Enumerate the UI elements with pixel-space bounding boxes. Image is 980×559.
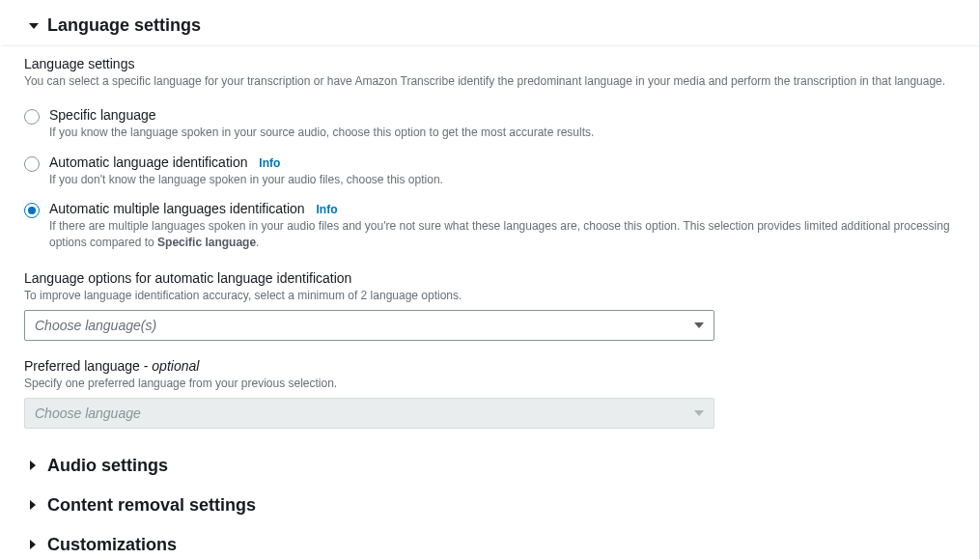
caret-down-icon	[28, 21, 40, 31]
field-label: Language options for automatic language …	[24, 270, 956, 286]
field-desc: Specify one preferred language from your…	[24, 376, 956, 392]
caret-right-icon	[28, 500, 40, 510]
select-placeholder: Choose language	[35, 405, 141, 421]
field-label: Preferred language - optional	[24, 358, 956, 374]
section-header-audio-settings[interactable]: Audio settings	[1, 446, 979, 486]
radio-label: Automatic multiple languages identificat…	[49, 201, 305, 216]
language-options-field: Language options for automatic language …	[24, 270, 956, 341]
radio-icon[interactable]	[24, 109, 40, 125]
preferred-language-field: Preferred language - optional Specify on…	[24, 358, 956, 429]
language-mode-radio-group: Specific language If you know the langua…	[24, 107, 956, 251]
select-placeholder: Choose language(s)	[35, 318, 156, 333]
radio-specific-language[interactable]: Specific language If you know the langua…	[24, 107, 956, 141]
radio-label: Specific language	[49, 107, 156, 123]
radio-desc: If you don't know the language spoken in…	[49, 172, 956, 188]
language-options-select[interactable]: Choose language(s)	[24, 310, 714, 341]
radio-label: Automatic language identification	[49, 154, 247, 170]
section-title: Customizations	[47, 535, 177, 555]
section-title: Audio settings	[47, 456, 168, 476]
section-header-customizations[interactable]: Customizations	[1, 525, 979, 559]
radio-auto-language[interactable]: Automatic language identification Info I…	[24, 154, 956, 188]
caret-down-icon	[694, 321, 704, 330]
radio-icon[interactable]	[24, 156, 40, 172]
section-title: Language settings	[47, 15, 201, 36]
radio-desc: If you know the language spoken in your …	[49, 125, 956, 141]
radio-auto-multi-language[interactable]: Automatic multiple languages identificat…	[24, 201, 956, 251]
radio-desc: If there are multiple languages spoken i…	[49, 218, 956, 251]
info-link[interactable]: Info	[317, 203, 338, 216]
language-settings-intro: Language settings You can select a speci…	[24, 56, 956, 90]
preferred-language-select: Choose language	[24, 398, 714, 429]
field-desc: You can select a specific language for y…	[24, 73, 956, 90]
section-title: Content removal settings	[47, 495, 256, 516]
caret-down-icon	[694, 408, 704, 418]
section-header-content-removal[interactable]: Content removal settings	[1, 486, 979, 525]
caret-right-icon	[28, 461, 40, 470]
info-link[interactable]: Info	[259, 156, 280, 170]
caret-right-icon	[28, 540, 40, 549]
radio-icon-selected[interactable]	[24, 203, 40, 218]
field-desc: To improve language identification accur…	[24, 288, 956, 304]
field-label: Language settings	[24, 56, 956, 71]
section-header-language-settings[interactable]: Language settings	[1, 10, 979, 46]
